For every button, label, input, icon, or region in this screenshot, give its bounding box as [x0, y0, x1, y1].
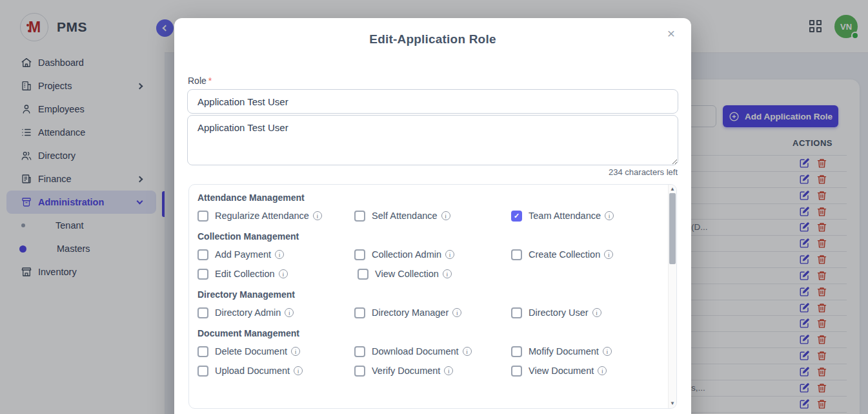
checkbox[interactable] — [197, 269, 208, 280]
info-icon[interactable] — [291, 347, 300, 356]
info-icon[interactable] — [604, 250, 613, 259]
permission-collection-admin: Collection Admin — [354, 248, 511, 261]
checkbox[interactable] — [197, 211, 208, 222]
permission-group-title: Directory Management — [197, 289, 668, 300]
permission-row: Delete DocumentDownload DocumentMofify D… — [197, 345, 668, 358]
info-icon[interactable] — [443, 269, 452, 278]
checkbox[interactable] — [197, 307, 208, 318]
permission-regularize-attendance: Regularize Attendance — [197, 209, 354, 222]
info-icon[interactable] — [275, 250, 284, 259]
permission-label: View Document — [529, 366, 594, 376]
permission-label: Mofify Document — [529, 346, 599, 357]
permission-label: Verify Document — [372, 366, 440, 376]
info-icon[interactable] — [444, 366, 453, 375]
permission-group: Collection ManagementAdd PaymentCollecti… — [197, 231, 668, 280]
scroll-up-icon[interactable]: ▲ — [669, 186, 676, 192]
permission-label: Team Attendance — [529, 211, 601, 221]
permission-label: Self Attendance — [372, 211, 438, 221]
checkbox[interactable] — [511, 366, 522, 377]
permission-group-title: Attendance Management — [197, 192, 668, 203]
permission-create-collection: Create Collection — [511, 248, 668, 261]
permission-group: Directory ManagementDirectory AdminDirec… — [197, 289, 668, 319]
permission-label: Directory Admin — [215, 307, 281, 318]
info-icon[interactable] — [463, 347, 472, 356]
info-icon[interactable] — [441, 211, 450, 220]
permissions-panel: Attendance ManagementRegularize Attendan… — [188, 184, 677, 409]
permission-group-title: Document Management — [197, 328, 668, 338]
scrollbar-thumb[interactable] — [669, 193, 676, 264]
permission-group-title: Collection Management — [197, 231, 668, 242]
permission-view-collection: View Collection — [358, 267, 518, 280]
permission-label: Add Payment — [215, 249, 271, 260]
permission-row: Upload DocumentVerify DocumentView Docum… — [197, 364, 668, 377]
permission-view-document: View Document — [511, 364, 668, 377]
info-icon[interactable] — [452, 308, 461, 317]
info-icon[interactable] — [294, 366, 303, 375]
characters-left-counter: 234 characters left — [609, 167, 678, 177]
info-icon[interactable] — [313, 211, 322, 220]
permission-label: Directory Manager — [372, 307, 449, 318]
permission-label: View Collection — [375, 269, 439, 279]
permission-team-attendance: ✓Team Attendance — [511, 209, 668, 222]
checkbox[interactable] — [511, 346, 522, 357]
permissions-scrollbar[interactable]: ▲ ▼ — [668, 185, 676, 408]
required-asterisk: * — [208, 76, 212, 86]
permission-group: Document ManagementDelete DocumentDownlo… — [197, 328, 668, 377]
checkbox[interactable] — [354, 249, 365, 260]
permission-download-document: Download Document — [354, 345, 511, 358]
permission-group: Attendance ManagementRegularize Attendan… — [197, 192, 668, 222]
permission-add-payment: Add Payment — [197, 248, 354, 261]
permission-label: Create Collection — [529, 249, 600, 260]
permission-row: Edit CollectionView Collection — [197, 267, 668, 280]
close-icon[interactable]: × — [661, 24, 681, 43]
checkbox[interactable] — [511, 249, 522, 260]
permission-label: Regularize Attendance — [215, 211, 309, 221]
checkbox[interactable] — [197, 249, 208, 260]
permission-directory-user: Directory User — [511, 306, 668, 319]
permission-directory-admin: Directory Admin — [197, 306, 354, 319]
scroll-down-icon[interactable]: ▼ — [669, 400, 676, 406]
permission-label: Edit Collection — [215, 269, 275, 279]
permission-label: Collection Admin — [372, 249, 441, 260]
permission-row: Regularize AttendanceSelf Attendance✓Tea… — [197, 209, 668, 222]
permission-row: Directory AdminDirectory ManagerDirector… — [197, 306, 668, 319]
permission-self-attendance: Self Attendance — [354, 209, 511, 222]
permission-upload-document: Upload Document — [197, 364, 354, 377]
permission-row: Add PaymentCollection AdminCreate Collec… — [197, 248, 668, 261]
checkbox[interactable] — [354, 307, 365, 318]
checkbox[interactable] — [354, 346, 365, 357]
info-icon[interactable] — [592, 308, 601, 317]
permission-mofify-document: Mofify Document — [511, 345, 668, 358]
permissions-body: Attendance ManagementRegularize Attendan… — [189, 185, 668, 408]
permission-label: Upload Document — [215, 366, 290, 376]
permission-label: Directory User — [529, 307, 589, 318]
edit-application-role-modal: Edit-Application Role × Role* Descriptio… — [174, 18, 691, 414]
checkbox[interactable]: ✓ — [511, 211, 522, 222]
role-input[interactable] — [187, 89, 678, 114]
app-root: M PMS DashboardProjectsEmployeesAttendan… — [0, 0, 868, 414]
info-icon[interactable] — [605, 211, 614, 220]
permission-directory-manager: Directory Manager — [354, 306, 511, 319]
info-icon[interactable] — [445, 250, 454, 259]
permission-verify-document: Verify Document — [354, 364, 511, 377]
permission-delete-document: Delete Document — [197, 345, 354, 358]
modal-title: Edit-Application Role — [174, 32, 691, 47]
description-textarea[interactable]: Application Test User — [187, 115, 678, 165]
permission-label: Download Document — [372, 346, 459, 357]
checkbox[interactable] — [197, 366, 208, 377]
checkbox[interactable] — [354, 211, 365, 222]
info-icon[interactable] — [603, 347, 612, 356]
info-icon[interactable] — [598, 366, 607, 375]
info-icon[interactable] — [279, 269, 288, 278]
role-label: Role* — [188, 76, 212, 86]
info-icon[interactable] — [285, 308, 294, 317]
checkbox[interactable] — [511, 307, 522, 318]
permission-label: Delete Document — [215, 346, 287, 357]
checkbox[interactable] — [354, 366, 365, 377]
permission-edit-collection: Edit Collection — [197, 267, 358, 280]
checkbox[interactable] — [358, 269, 368, 280]
checkbox[interactable] — [197, 346, 208, 357]
